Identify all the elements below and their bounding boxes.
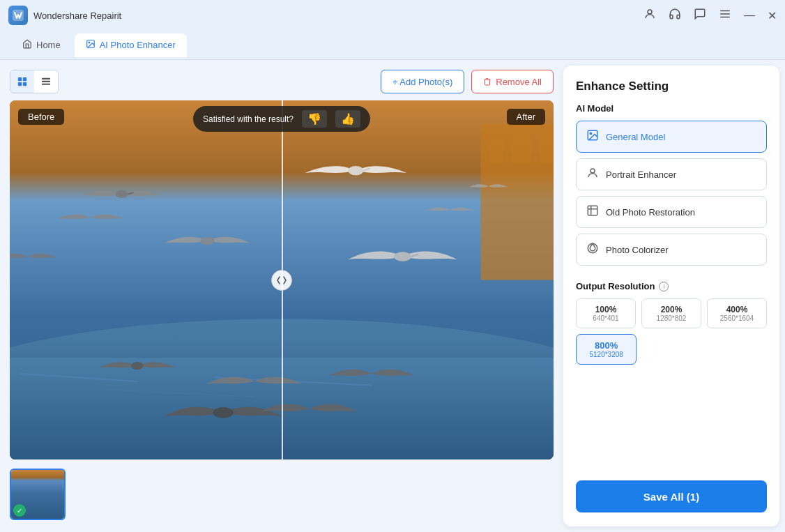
portrait-icon (586, 167, 599, 182)
tab-ai-photo-label: AI Photo Enhancer (100, 40, 176, 50)
model-old-photo[interactable]: Old Photo Restoration (576, 196, 767, 228)
account-icon[interactable] (643, 8, 656, 23)
res-100[interactable]: 100% 640*401 (576, 298, 636, 328)
res-800-label: 800% (595, 340, 618, 351)
svg-point-24 (116, 190, 128, 198)
add-photos-button[interactable]: + Add Photo(s) (381, 70, 464, 93)
model-general[interactable]: General Model (576, 121, 767, 153)
svg-rect-12 (42, 81, 50, 82)
res-400-sub: 2560*1604 (712, 314, 762, 322)
home-icon (22, 39, 32, 51)
output-resolution-section: Output Resolution i 100% 640*401 200% 12… (576, 281, 767, 365)
headset-icon[interactable] (669, 8, 681, 23)
svg-rect-7 (18, 77, 22, 81)
tab-bar: Home AI Photo Enhancer (0, 31, 785, 60)
menu-icon[interactable] (719, 8, 731, 23)
left-panel: + Add Photo(s) Remove All (0, 60, 563, 532)
tab-ai-photo[interactable]: AI Photo Enhancer (75, 33, 187, 57)
thumbnail-check: ✓ (13, 504, 26, 517)
right-panel: Enhance Setting AI Model General Model P… (563, 66, 779, 526)
title-bar: Wondershare Repairit — ✕ (0, 0, 785, 31)
res-200-sub: 1280*802 (646, 314, 696, 322)
chat-icon[interactable] (694, 8, 706, 23)
resolution-header: Output Resolution i (576, 281, 767, 291)
tab-home-label: Home (36, 40, 61, 50)
res-200-label: 200% (661, 305, 683, 314)
label-after: After (507, 109, 545, 125)
minimize-button[interactable]: — (744, 9, 755, 22)
svg-rect-10 (23, 82, 26, 86)
split-handle[interactable] (271, 270, 292, 291)
panel-title: Enhance Setting (576, 79, 767, 93)
grid-view-button[interactable] (10, 70, 34, 93)
model-portrait[interactable]: Portrait Enhancer (576, 158, 767, 190)
label-before: Before (18, 109, 64, 125)
model-colorizer[interactable]: Photo Colorizer (576, 234, 767, 266)
model-general-label: General Model (606, 132, 665, 142)
res-200[interactable]: 200% 1280*802 (641, 298, 701, 328)
image-viewer: Before After Satisfied with the result? … (10, 100, 554, 459)
svg-point-28 (201, 237, 215, 245)
ai-photo-icon (86, 39, 96, 51)
svg-point-32 (213, 407, 233, 418)
svg-rect-17 (512, 132, 531, 163)
output-resolution-label: Output Resolution (576, 281, 655, 291)
resolution-grid: 100% 640*401 200% 1280*802 400% 2560*160… (576, 298, 767, 328)
model-portrait-label: Portrait Enhancer (606, 169, 676, 180)
svg-point-26 (348, 166, 363, 175)
app-name: Wondershare Repairit (33, 10, 121, 21)
svg-point-1 (648, 10, 652, 14)
svg-rect-18 (539, 135, 554, 162)
thumbnail-strip: ✓ (10, 466, 554, 522)
general-model-icon (586, 129, 599, 144)
res-400[interactable]: 400% 2560*1604 (707, 298, 767, 328)
ai-model-section: AI Model General Model Portrait Enhancer (576, 103, 767, 271)
old-photo-icon (586, 204, 599, 220)
main-content: + Add Photo(s) Remove All (0, 60, 785, 532)
title-bar-right: — ✕ (643, 8, 777, 23)
svg-rect-8 (23, 77, 26, 81)
list-view-button[interactable] (34, 70, 58, 93)
svg-rect-16 (489, 139, 504, 163)
ai-model-label: AI Model (576, 103, 767, 114)
svg-point-35 (590, 169, 595, 173)
res-800-sub: 5120*3208 (581, 351, 632, 358)
thumbs-up-button[interactable]: 👍 (335, 110, 360, 128)
title-bar-left: Wondershare Repairit (8, 6, 121, 25)
toolbar: + Add Photo(s) Remove All (10, 70, 554, 93)
close-button[interactable]: ✕ (768, 9, 777, 22)
save-all-button[interactable]: Save All (1) (576, 480, 767, 512)
view-toggle (10, 70, 59, 93)
svg-point-29 (394, 252, 411, 261)
remove-all-button[interactable]: Remove All (471, 70, 554, 93)
svg-rect-36 (588, 206, 597, 215)
svg-point-37 (588, 243, 597, 253)
tab-home[interactable]: Home (11, 33, 72, 57)
satisfaction-text: Satisfied with the result? (203, 114, 294, 124)
svg-rect-9 (18, 82, 22, 86)
thumbs-down-button[interactable]: 👎 (302, 110, 327, 128)
satisfaction-bar: Satisfied with the result? 👎 👍 (193, 106, 370, 132)
svg-point-34 (590, 132, 591, 134)
svg-rect-13 (42, 84, 50, 85)
res-100-label: 100% (595, 305, 617, 314)
res-800[interactable]: 800% 5120*3208 (576, 334, 637, 365)
model-old-photo-label: Old Photo Restoration (606, 207, 695, 218)
model-colorizer-label: Photo Colorizer (606, 245, 669, 255)
svg-point-31 (131, 362, 144, 370)
svg-point-6 (89, 42, 90, 43)
res-400-label: 400% (726, 305, 748, 314)
app-logo (8, 6, 28, 25)
svg-rect-11 (42, 78, 50, 79)
thumbnail-item[interactable]: ✓ (10, 469, 66, 520)
colorizer-icon (586, 242, 599, 257)
remove-all-label: Remove All (496, 77, 542, 87)
res-100-sub: 640*401 (581, 314, 631, 322)
resolution-info-icon[interactable]: i (659, 282, 669, 291)
